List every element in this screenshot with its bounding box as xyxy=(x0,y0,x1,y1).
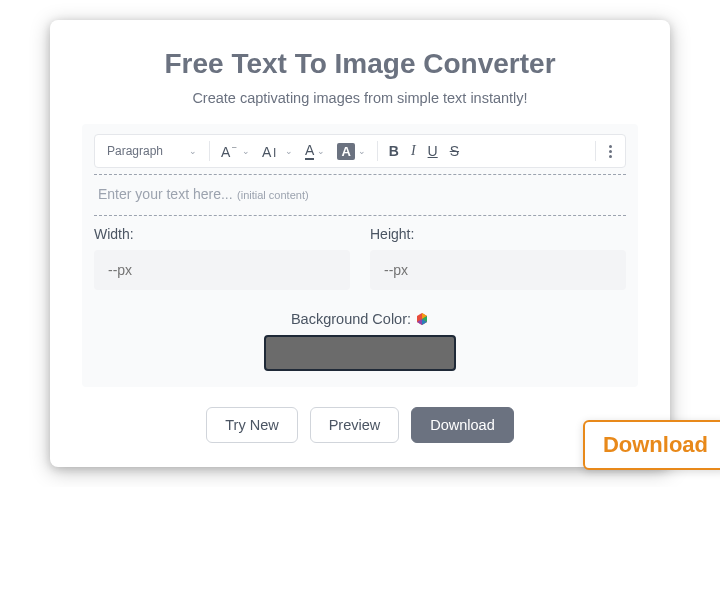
preview-button[interactable]: Preview xyxy=(310,407,400,443)
color-swatch-preview[interactable] xyxy=(264,335,456,371)
highlight-button[interactable]: A ⌄ xyxy=(332,140,370,163)
background-color-label: Background Color: xyxy=(291,311,429,327)
paragraph-style-select[interactable]: Paragraph ⌄ xyxy=(101,140,203,162)
background-color-section: Background Color: xyxy=(94,310,626,371)
color-picker-icon[interactable] xyxy=(415,312,429,326)
width-label: Width: xyxy=(94,226,350,242)
width-input[interactable] xyxy=(94,250,350,290)
chevron-down-icon: ⌄ xyxy=(189,146,197,156)
dimensions-row: Width: Height: xyxy=(94,226,626,290)
editor-placeholder: Enter your text here... xyxy=(98,186,233,202)
text-editor-input[interactable]: Enter your text here... (initial content… xyxy=(94,175,626,215)
height-label: Height: xyxy=(370,226,626,242)
dashed-divider xyxy=(94,215,626,216)
font-size-button[interactable]: AI ⌄ xyxy=(257,141,298,162)
font-family-icon: A– xyxy=(221,144,239,159)
converter-card: Free Text To Image Converter Create capt… xyxy=(50,20,670,467)
font-color-button[interactable]: A ⌄ xyxy=(300,139,330,163)
more-options-button[interactable] xyxy=(602,140,619,163)
chevron-down-icon: ⌄ xyxy=(317,146,325,156)
editor-initial-note: (initial content) xyxy=(237,189,309,201)
chevron-down-icon: ⌄ xyxy=(285,146,293,156)
editor-area: Paragraph ⌄ A– ⌄ AI ⌄ A ⌄ A xyxy=(82,124,638,387)
font-color-icon: A xyxy=(305,142,314,160)
italic-button[interactable]: I xyxy=(406,140,421,162)
editor-toolbar: Paragraph ⌄ A– ⌄ AI ⌄ A ⌄ A xyxy=(94,134,626,168)
toolbar-separator xyxy=(209,141,210,161)
toolbar-separator xyxy=(595,141,596,161)
try-new-button[interactable]: Try New xyxy=(206,407,297,443)
toolbar-separator xyxy=(377,141,378,161)
background-color-text: Background Color: xyxy=(291,311,411,327)
bold-button[interactable]: B xyxy=(384,140,404,162)
download-button[interactable]: Download xyxy=(411,407,514,443)
width-column: Width: xyxy=(94,226,350,290)
strike-button[interactable]: S xyxy=(445,140,464,162)
page-subtitle: Create captivating images from simple te… xyxy=(82,90,638,106)
height-column: Height: xyxy=(370,226,626,290)
chevron-down-icon: ⌄ xyxy=(358,146,366,156)
page-title: Free Text To Image Converter xyxy=(82,48,638,80)
font-family-button[interactable]: A– ⌄ xyxy=(216,141,255,162)
underline-button[interactable]: U xyxy=(423,140,443,162)
highlight-icon: A xyxy=(337,143,354,160)
download-callout: Download xyxy=(583,420,720,470)
height-input[interactable] xyxy=(370,250,626,290)
font-size-icon: AI xyxy=(262,144,282,159)
paragraph-style-label: Paragraph xyxy=(107,144,163,158)
more-vertical-icon xyxy=(607,143,614,160)
action-buttons-row: Try New Preview Download xyxy=(82,407,638,443)
chevron-down-icon: ⌄ xyxy=(242,146,250,156)
